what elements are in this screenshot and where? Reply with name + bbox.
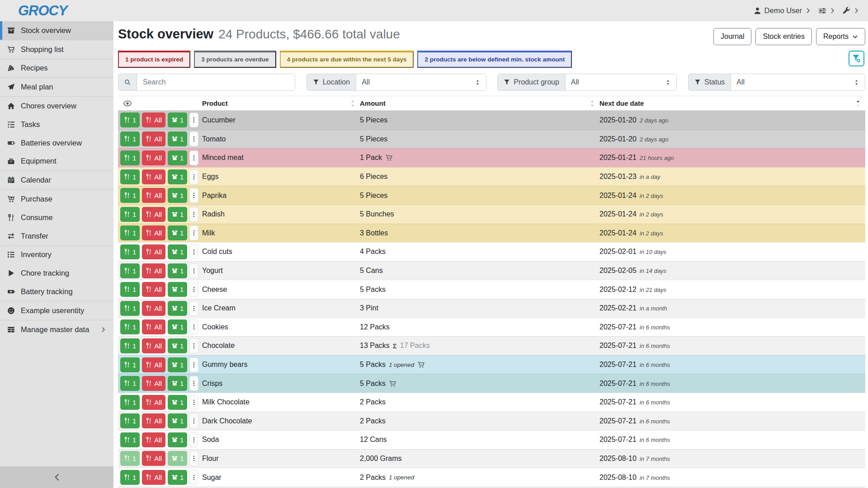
open-one-button[interactable]: 1 xyxy=(168,225,187,240)
consume-all-button[interactable]: All xyxy=(142,207,165,222)
consume-all-button[interactable]: All xyxy=(142,282,165,297)
product-name[interactable]: Dark Chocolate xyxy=(202,417,360,425)
sidebar-item-inventory[interactable]: Inventory xyxy=(0,246,113,264)
product-name[interactable]: Yogurt xyxy=(202,267,360,275)
consume-one-button[interactable]: 1 xyxy=(120,357,140,372)
product-name[interactable]: Tomato xyxy=(202,135,360,143)
row-menu-button[interactable] xyxy=(189,150,198,165)
product-name[interactable]: Eggs xyxy=(202,173,360,181)
alert-expired[interactable]: 1 product is expired xyxy=(118,51,190,68)
row-menu-button[interactable] xyxy=(189,470,198,485)
product-name[interactable]: Cookies xyxy=(202,323,360,331)
product-name[interactable]: Cucumber xyxy=(202,116,360,124)
consume-one-button[interactable]: 1 xyxy=(120,169,140,184)
row-menu-button[interactable] xyxy=(189,225,198,240)
sidebar-item-tasks[interactable]: Tasks xyxy=(0,115,113,134)
consume-one-button[interactable]: 1 xyxy=(120,282,140,297)
consume-all-button[interactable]: All xyxy=(142,376,165,391)
sidebar-item-shopping-list[interactable]: Shopping list xyxy=(0,40,113,59)
product-name[interactable]: Milk Chocolate xyxy=(202,398,360,406)
row-menu-button[interactable] xyxy=(189,395,198,410)
consume-one-button[interactable]: 1 xyxy=(120,131,140,146)
consume-one-button[interactable]: 1 xyxy=(120,225,140,240)
consume-all-button[interactable]: All xyxy=(142,338,165,353)
sidebar-item-recipes[interactable]: Recipes xyxy=(0,59,113,78)
row-menu-button[interactable] xyxy=(189,207,198,222)
alert-overdue[interactable]: 3 products are overdue xyxy=(194,51,276,68)
product-name[interactable]: Minced meat xyxy=(202,154,360,162)
open-one-button[interactable]: 1 xyxy=(168,244,187,259)
consume-one-button[interactable]: 1 xyxy=(120,338,140,353)
open-one-button[interactable]: 1 xyxy=(168,150,187,165)
product-name[interactable]: Cold cuts xyxy=(202,248,360,256)
open-one-button[interactable]: 1 xyxy=(168,188,187,203)
sidebar-item-chore-tracking[interactable]: Chore tracking xyxy=(0,264,113,282)
consume-all-button[interactable]: All xyxy=(142,150,165,165)
consume-all-button[interactable]: All xyxy=(142,131,165,146)
consume-all-button[interactable]: All xyxy=(142,188,165,203)
row-menu-button[interactable] xyxy=(189,319,198,334)
consume-one-button[interactable]: 1 xyxy=(120,150,140,165)
consume-all-button[interactable]: All xyxy=(142,413,165,428)
consume-one-button[interactable]: 1 xyxy=(120,395,140,410)
consume-one-button[interactable]: 1 xyxy=(120,413,140,428)
sidebar-collapse-button[interactable] xyxy=(0,466,113,488)
sidebar-item-stock-overview[interactable]: Stock overview xyxy=(0,21,113,40)
settings-menu[interactable] xyxy=(818,7,836,15)
consume-one-button[interactable]: 1 xyxy=(120,432,140,447)
sidebar-item-purchase[interactable]: Purchase xyxy=(0,190,113,208)
stock-entries-button[interactable]: Stock entries xyxy=(755,28,811,45)
open-one-button[interactable]: 1 xyxy=(168,470,187,485)
row-menu-button[interactable] xyxy=(189,282,198,297)
consume-one-button[interactable]: 1 xyxy=(120,113,140,127)
consume-one-button[interactable]: 1 xyxy=(120,244,140,259)
reports-button[interactable]: Reports xyxy=(816,28,865,45)
row-menu-button[interactable] xyxy=(189,338,198,353)
open-one-button[interactable]: 1 xyxy=(168,207,187,222)
open-one-button[interactable]: 1 xyxy=(168,376,187,391)
row-menu-button[interactable] xyxy=(189,244,198,259)
admin-menu[interactable] xyxy=(843,7,860,14)
open-one-button[interactable]: 1 xyxy=(168,169,187,184)
consume-one-button[interactable]: 1 xyxy=(120,188,140,203)
product-name[interactable]: Radish xyxy=(202,210,360,218)
clear-filters-button[interactable] xyxy=(849,51,864,66)
status-filter-select[interactable]: All xyxy=(731,74,865,90)
sidebar-item-battery-tracking[interactable]: Battery tracking xyxy=(0,282,113,301)
sidebar-item-meal-plan[interactable]: Meal plan xyxy=(0,78,113,96)
consume-all-button[interactable]: All xyxy=(142,113,165,127)
row-menu-button[interactable] xyxy=(189,301,198,316)
consume-all-button[interactable]: All xyxy=(142,169,165,184)
product-name[interactable]: Chocolate xyxy=(202,342,360,350)
product-name[interactable]: Ice Cream xyxy=(202,304,360,312)
consume-all-button[interactable]: All xyxy=(142,395,165,410)
open-one-button[interactable]: 1 xyxy=(168,357,187,372)
sidebar-item-equipment[interactable]: Equipment xyxy=(0,152,113,171)
consume-one-button[interactable]: 1 xyxy=(120,376,140,391)
consume-one-button[interactable]: 1 xyxy=(120,301,140,316)
row-menu-button[interactable] xyxy=(189,451,198,466)
product-name[interactable]: Paprika xyxy=(202,192,360,200)
open-one-button[interactable]: 1 xyxy=(168,413,187,428)
consume-all-button[interactable]: All xyxy=(142,319,165,334)
open-one-button[interactable]: 1 xyxy=(168,263,187,278)
journal-button[interactable]: Journal xyxy=(713,28,751,45)
row-menu-button[interactable] xyxy=(189,376,198,391)
open-one-button[interactable]: 1 xyxy=(168,301,187,316)
open-one-button[interactable]: 1 xyxy=(168,451,187,466)
row-menu-button[interactable] xyxy=(189,413,198,428)
open-one-button[interactable]: 1 xyxy=(168,282,187,297)
product-name[interactable]: Flour xyxy=(202,455,360,463)
consume-one-button[interactable]: 1 xyxy=(120,470,140,485)
product-name[interactable]: Crisps xyxy=(202,380,360,388)
product-name[interactable]: Soda xyxy=(202,436,360,444)
consume-all-button[interactable]: All xyxy=(142,432,165,447)
column-header-next-due-date[interactable]: Next due date xyxy=(599,99,865,107)
consume-all-button[interactable]: All xyxy=(142,244,165,259)
search-input[interactable] xyxy=(137,74,295,90)
consume-all-button[interactable]: All xyxy=(142,470,165,485)
product-name[interactable]: Milk xyxy=(202,229,360,237)
location-filter-select[interactable]: All xyxy=(356,74,486,90)
sidebar-item-chores-overview[interactable]: Chores overview xyxy=(0,97,113,115)
consume-one-button[interactable]: 1 xyxy=(120,319,140,334)
